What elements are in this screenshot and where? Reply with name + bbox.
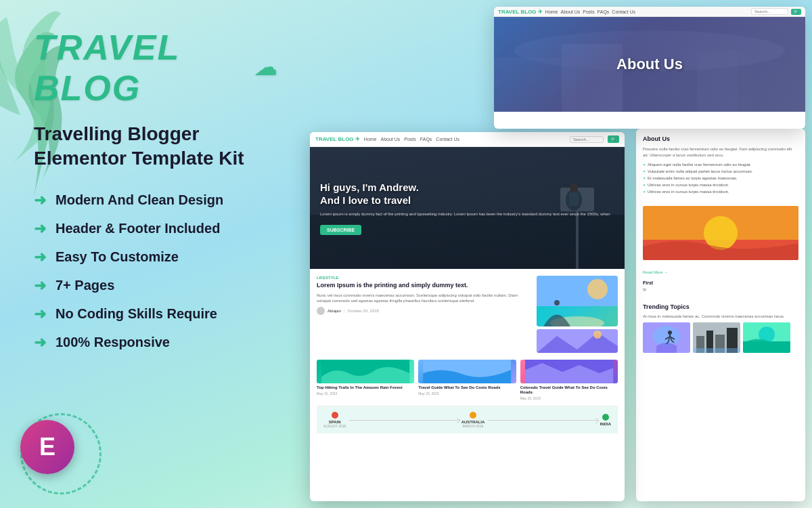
about-nav-search-button[interactable]: 🔍: [791, 9, 801, 15]
main-nav-search[interactable]: [570, 136, 604, 143]
small-post-title-2[interactable]: Travel Guide What To See Do Costs Roads: [418, 385, 516, 390]
sidebar-list-item-5: Ultrices eros in cursus turpis massa tin…: [643, 188, 798, 195]
post-image-mountain: [537, 329, 618, 353]
small-post-date-1: May 10, 2023: [317, 391, 414, 396]
main-nav-logo: TRAVEL BLOG ✈: [315, 136, 360, 142]
trending-image-nature: [743, 322, 790, 353]
small-post-2: Travel Guide What To See Do Costs Roads …: [418, 360, 516, 400]
arrow-icon-2: ➜: [34, 220, 46, 238]
posts-section: LIFESTYLE Lorem Ipsum is the printing an…: [310, 269, 625, 440]
hero-content: Hi guys, I'm Andrew. And I love to trave…: [320, 181, 610, 235]
featured-post-image: [537, 276, 618, 353]
sunset-image-svg: [643, 206, 798, 260]
small-post-title-1[interactable]: Top Hiking Trails In The Amazon Rain For…: [317, 385, 414, 390]
about-nav-search[interactable]: [751, 8, 788, 15]
about-nav-faqs[interactable]: FAQs: [597, 9, 610, 14]
map-point-australia: AUSTRALIA MARCH 2019: [461, 412, 485, 428]
main-nav-home[interactable]: Home: [364, 137, 377, 142]
map-route-line-1: [349, 420, 457, 421]
features-list: ➜ Modern And Clean Design ➜ Header & Foo…: [34, 192, 277, 352]
about-nav-posts[interactable]: Posts: [583, 9, 595, 14]
subscribe-button[interactable]: SUBSCRIBE: [320, 225, 361, 235]
sidebar-first-text: tp: [643, 287, 798, 291]
india-marker: [602, 414, 609, 421]
about-hero-section: About Us: [494, 17, 805, 112]
feature-item-6: ➜ 100% Responsive: [34, 334, 277, 352]
spain-date: AUGUST 2018: [323, 424, 346, 428]
travel-map-section: SPAIN AUGUST 2018 AUSTRALIA MARCH 2019 I…: [317, 406, 618, 433]
author-name: Abiajan: [328, 309, 341, 313]
elementor-badge: E: [20, 420, 74, 474]
small-post-1: Top Hiking Trails In The Amazon Rain For…: [317, 360, 414, 400]
small-post-image-1: [317, 360, 414, 383]
sidebar-trending-section: Trending Topics At risus in malesuada fa…: [636, 303, 805, 360]
about-nav-contact[interactable]: Contact Us: [612, 9, 635, 14]
feature-item-5: ➜ No Coding Skills Require: [34, 305, 277, 323]
sidebar-list-item-4: Ultrices eros in cursus turpis massa tin…: [643, 182, 798, 188]
sidebar-image-container: Read More →: [636, 206, 805, 276]
svg-rect-34: [693, 348, 740, 353]
arrow-icon-4: ➜: [34, 277, 46, 295]
feature-item-2: ➜ Header & Footer Included: [34, 220, 277, 238]
small-post-image-2: [418, 360, 516, 383]
main-nav-about[interactable]: About Us: [381, 137, 401, 142]
city-image-svg: [693, 322, 740, 353]
india-label: INDIA: [600, 422, 611, 426]
sidebar-content: About Us Posuere nulla facilisi cras fer…: [636, 129, 805, 202]
sidebar-first-section: First tp: [636, 280, 805, 298]
post-meta: Abiajan | October 20, 2018: [317, 307, 531, 315]
featured-post: LIFESTYLE Lorem Ipsum is the printing an…: [317, 276, 618, 353]
arrow-icon-1: ➜: [34, 192, 46, 209]
small-post-title-3[interactable]: Colorado Travel Guide What To See Do Cos…: [520, 385, 618, 395]
map-route-line-2: [488, 420, 596, 421]
read-more-link[interactable]: Read More →: [643, 270, 668, 274]
sidebar-list: Aliquam eget nulla facilisi cras ferment…: [643, 161, 798, 195]
sea-image-svg: [418, 360, 516, 383]
sidebar-first-label: First: [643, 280, 798, 285]
small-post-3: Colorado Travel Guide What To See Do Cos…: [520, 360, 618, 400]
post-title[interactable]: Lorem Ipsum is the printing and simply d…: [317, 282, 531, 290]
hero-heading: Hi guys, I'm Andrew. And I love to trave…: [320, 181, 610, 207]
about-browser-window: TRAVEL BLOG ✈ Home About Us Posts FAQs C…: [494, 7, 805, 129]
sidebar-browser-window: About Us Posuere nulla facilisi cras fer…: [636, 129, 805, 501]
arrow-icon-5: ➜: [34, 305, 46, 323]
svg-point-28: [668, 331, 672, 335]
main-nav-contact[interactable]: Contact Us: [436, 137, 459, 142]
about-nav-home[interactable]: Home: [545, 9, 558, 14]
australia-marker: [470, 412, 476, 419]
sidebar-list-item-2: Vulputate enim nulla aliquet partiet lac…: [643, 168, 798, 175]
sidebar-trending-title: Trending Topics: [643, 303, 798, 310]
post-category: LIFESTYLE: [317, 276, 531, 280]
trending-images-row: [643, 322, 798, 353]
runner-image-svg: [643, 322, 690, 353]
small-post-date-2: May 25, 2023: [418, 391, 516, 396]
sidebar-list-item-3: Et malesuada fames ac turpis egestas mae…: [643, 175, 798, 182]
sidebar-trending-text: At risus in malesuada fames ac. Commodo …: [643, 314, 798, 320]
arrow-icon-3: ➜: [34, 249, 46, 266]
main-browser-nav: TRAVEL BLOG ✈ Home About Us Posts FAQs C…: [310, 132, 625, 147]
feature-item-1: ➜ Modern And Clean Design: [34, 192, 277, 209]
beach-image-svg: [537, 276, 618, 326]
map-point-spain: SPAIN AUGUST 2018: [323, 412, 346, 428]
about-nav-about[interactable]: About Us: [561, 9, 581, 14]
about-browser-nav: TRAVEL BLOG ✈ Home About Us Posts FAQs C…: [494, 7, 805, 17]
feature-item-3: ➜ Easy To Customize: [34, 249, 277, 266]
post-excerpt: Nunc vel risus commodo viverra maecenas …: [317, 293, 531, 304]
small-post-image-3: [520, 360, 618, 383]
main-nav-search-button[interactable]: 🔍: [608, 135, 619, 143]
hero-description: Lorem ipsum is simply dummy fact of the …: [320, 211, 610, 217]
colorado-image-svg: [520, 360, 618, 383]
author-avatar: [317, 307, 325, 315]
svg-point-15: [587, 279, 608, 299]
small-posts-row: Top Hiking Trails In The Amazon Rain For…: [317, 360, 618, 400]
main-nav-faqs[interactable]: FAQs: [420, 137, 432, 142]
trending-image-runner: [643, 322, 690, 353]
sidebar-about-title: About Us: [643, 135, 798, 142]
trending-image-city: [693, 322, 740, 353]
post-image-beach: [537, 276, 618, 326]
mountain-image-svg: [537, 329, 618, 353]
main-nav-posts[interactable]: Posts: [404, 137, 416, 142]
sidebar-list-item-1: Aliquam eget nulla facilisi cras ferment…: [643, 161, 798, 168]
main-browser-window: TRAVEL BLOG ✈ Home About Us Posts FAQs C…: [310, 132, 625, 501]
hero-section: Hi guys, I'm Andrew. And I love to trave…: [310, 147, 625, 269]
